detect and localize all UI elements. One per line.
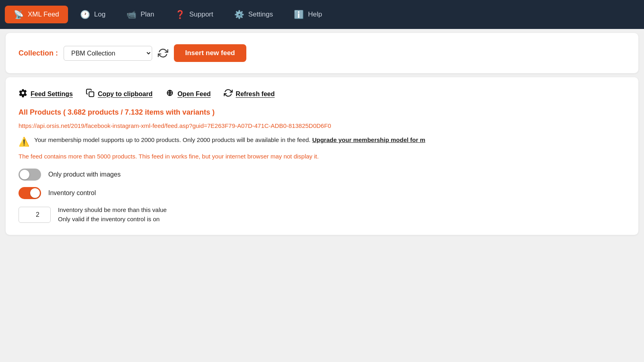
collection-select[interactable]: PBM Collection All Products Summer Colle… [64,46,152,61]
toggle-images-knob [20,170,29,179]
support-icon: ❓ [175,10,185,19]
nav-label-support: Support [189,10,213,19]
nav-label-plan: Plan [140,10,154,19]
open-feed-label: Open Feed [178,90,211,98]
toggle-images-row: Only product with images [19,169,625,181]
nav-item-help[interactable]: ℹ️ Help [285,6,331,23]
nav-label-settings: Settings [248,10,273,19]
refresh-collection-button[interactable] [158,48,168,58]
feed-settings-label: Feed Settings [31,90,73,98]
toggle-images-switch[interactable] [19,169,41,181]
help-icon: ℹ️ [294,10,304,19]
nav-label-log: Log [94,10,105,19]
feed-settings-action[interactable]: Feed Settings [19,88,73,99]
feed-url[interactable]: https://api.orsis.net/2019/facebook-inst… [19,122,625,129]
toggle-images-track[interactable] [19,169,41,181]
nav-item-plan[interactable]: 📹 Plan [118,6,163,23]
toggle-images-label: Only product with images [48,171,121,178]
toggle-inventory-row: Inventory control [19,187,625,199]
collection-label: Collection : [19,49,58,58]
log-icon: 🕐 [80,10,90,19]
nav-label-help: Help [308,10,322,19]
copy-clipboard-label: Copy to clipboard [98,90,153,98]
settings-icon: ⚙️ [234,10,244,19]
svg-rect-0 [89,92,94,97]
refresh-feed-label: Refresh feed [236,90,275,98]
toggle-inventory-track[interactable] [19,187,41,199]
toggle-inventory-knob [30,188,40,198]
warning-icon: ⚠️ [19,137,29,147]
refresh-feed-action[interactable]: Refresh feed [224,88,275,99]
collection-row: Collection : PBM Collection All Products… [19,44,625,62]
plan-icon: 📹 [126,10,136,19]
open-feed-icon [165,88,174,99]
collection-section: Collection : PBM Collection All Products… [6,33,638,73]
refresh-feed-icon [224,88,233,99]
feed-notice: The feed contains more than 5000 product… [19,153,625,160]
inventory-input[interactable] [19,207,51,223]
insert-feed-button[interactable]: Insert new feed [174,44,246,62]
inventory-desc: Inventory should be more than this value… [58,206,167,224]
nav-label-xml-feed: XML Feed [28,10,59,19]
nav-item-log[interactable]: 🕐 Log [71,6,114,23]
copy-icon [86,88,95,99]
inventory-row: Inventory should be more than this value… [19,206,625,224]
navbar: 📡 XML Feed 🕐 Log 📹 Plan ❓ Support ⚙️ Set… [0,0,644,29]
toggle-inventory-switch[interactable] [19,187,41,199]
upgrade-link[interactable]: Upgrade your membership model for m [312,136,425,143]
warning-text: Your membership model supports up to 200… [34,136,425,143]
feed-settings-icon [19,88,27,99]
feed-actions-row: Feed Settings Copy to clipboard Open [19,88,625,99]
xml-feed-icon: 📡 [14,10,24,19]
open-feed-action[interactable]: Open Feed [165,88,211,99]
nav-item-support[interactable]: ❓ Support [166,6,222,23]
toggle-inventory-label: Inventory control [48,189,96,197]
warning-row: ⚠️ Your membership model supports up to … [19,136,625,147]
nav-item-xml-feed[interactable]: 📡 XML Feed [5,6,68,23]
nav-item-settings[interactable]: ⚙️ Settings [225,6,282,23]
all-products-title: All Products ( 3.682 products / 7.132 it… [19,108,625,117]
feed-panel: Feed Settings Copy to clipboard Open [6,77,638,235]
copy-clipboard-action[interactable]: Copy to clipboard [86,88,153,99]
